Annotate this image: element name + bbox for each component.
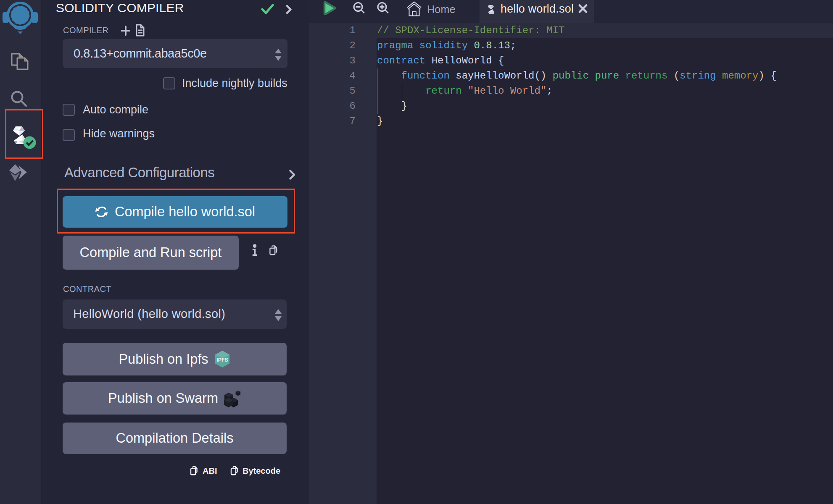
svg-text:IPFS: IPFS — [216, 357, 228, 363]
